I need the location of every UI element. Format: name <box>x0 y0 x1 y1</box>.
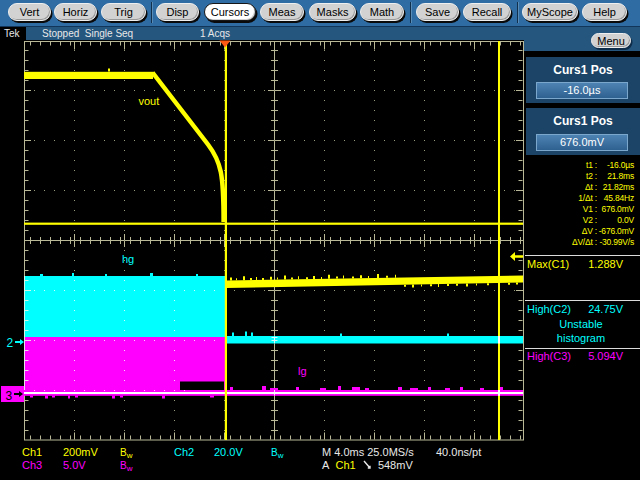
svg-text:lg: lg <box>298 365 307 377</box>
svg-text:hg: hg <box>122 253 134 265</box>
svg-text:vout: vout <box>139 95 160 107</box>
svg-text:2: 2 <box>7 336 14 350</box>
svg-text:3: 3 <box>6 389 13 403</box>
